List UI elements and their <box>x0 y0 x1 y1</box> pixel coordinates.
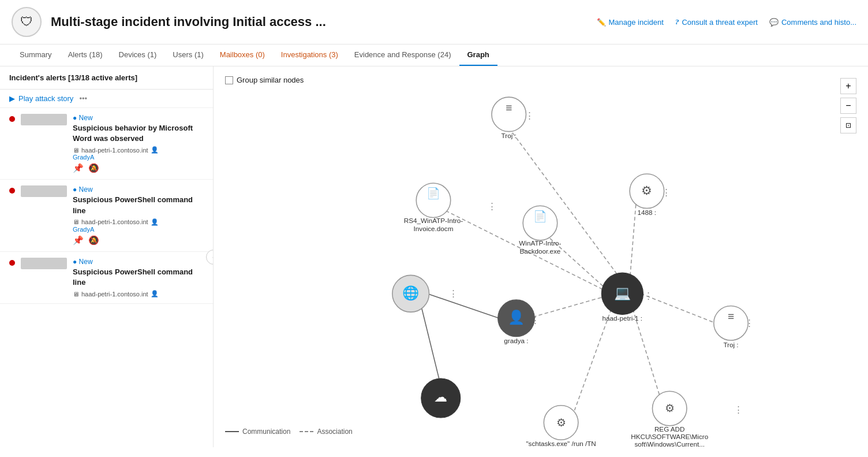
incident-icon: 🛡 <box>12 7 42 37</box>
comments-button[interactable]: 💬 Comments and histo... <box>769 18 856 27</box>
zoom-out-button[interactable]: − <box>840 98 856 114</box>
alert-title[interactable]: Suspicious behavior by Microsoft Word wa… <box>73 123 204 144</box>
node-reg-label: REG ADD <box>654 425 685 433</box>
alert-severity-dot <box>9 188 15 194</box>
edge-gear1-device <box>630 205 636 281</box>
graph-legend: Communication Association <box>225 428 353 436</box>
alert-item: ● New Suspicious PowerShell command line… <box>0 252 213 304</box>
edge-device-reg <box>633 309 660 398</box>
tab-summary[interactable]: Summary <box>12 44 60 66</box>
alert-thumbnail <box>21 114 67 125</box>
tab-evidence[interactable]: Evidence and Response (24) <box>346 44 459 66</box>
monitor-icon: 🖥 <box>73 291 79 298</box>
edge-user-device <box>533 297 604 317</box>
legend-association: Association <box>300 428 352 436</box>
alert-user: GradyA <box>73 154 204 161</box>
alert-title[interactable]: Suspicious PowerShell command line <box>73 195 204 216</box>
svg-text:👤: 👤 <box>508 309 525 325</box>
pin-icon[interactable]: 📌 <box>73 235 84 246</box>
web-dots: ⋮ <box>449 289 458 298</box>
alert-severity-dot <box>9 116 15 122</box>
page-title: Multi-stage incident involving Initial a… <box>51 14 588 29</box>
svg-text:☁: ☁ <box>434 389 447 404</box>
user-icon: 👤 <box>151 290 159 298</box>
node-schtasks-label: "schtasks.exe" /run /TN <box>526 440 596 447</box>
monitor-icon: 🖥 <box>73 147 79 154</box>
svg-text:⚙: ⚙ <box>641 184 652 198</box>
monitor-icon: 🖥 <box>73 218 79 225</box>
alert-thumbnail <box>21 185 67 197</box>
edit-icon: ✏️ <box>597 18 606 27</box>
alert-machine: 🖥 haad-petri-1.contoso.int 👤 <box>73 218 204 226</box>
tab-bar: Summary Alerts (18) Devices (1) Users (1… <box>0 44 868 66</box>
svg-text:≡: ≡ <box>728 310 734 322</box>
alerts-panel: Incident's alerts [13/18 active alerts] … <box>0 66 214 447</box>
alert-item: ● New Suspicious PowerShell command line… <box>0 180 213 251</box>
alert-actions: 📌 🔕 <box>73 235 204 246</box>
node-file1-label: RS4_WinATP-Intro- <box>404 217 463 224</box>
node-reg-label3: soft\Windows\Current... <box>634 440 704 447</box>
legend-dashed-line <box>300 431 313 432</box>
more-options-icon[interactable]: ••• <box>79 94 87 103</box>
node-reg-label2: HKCU\SOFTWARE\Micro <box>631 433 708 440</box>
alert-status: ● New <box>73 114 204 122</box>
troj1-dots: ⋮ <box>525 111 534 120</box>
main-content: Incident's alerts [13/18 active alerts] … <box>0 66 868 447</box>
tab-mailboxes[interactable]: Mailboxes (0) <box>212 44 273 66</box>
tab-devices[interactable]: Devices (1) <box>111 44 165 66</box>
svg-text:⚙: ⚙ <box>556 417 566 429</box>
question-icon: ? <box>675 17 679 27</box>
tab-graph[interactable]: Graph <box>459 44 497 66</box>
device-dots: ⋮ <box>644 291 653 300</box>
node-troj1-label: Troj : <box>502 132 517 139</box>
alert-title[interactable]: Suspicious PowerShell command line <box>73 267 204 288</box>
alert-status: ● New <box>73 258 204 266</box>
manage-incident-button[interactable]: ✏️ Manage incident <box>597 18 664 27</box>
alert-content: ● New Suspicious PowerShell command line… <box>73 185 204 245</box>
legend-solid-line <box>225 431 239 432</box>
tab-users[interactable]: Users (1) <box>164 44 211 66</box>
tab-alerts[interactable]: Alerts (18) <box>60 44 111 66</box>
node-gear1-label: 1488 : <box>638 209 657 216</box>
alert-thumbnail <box>21 258 67 269</box>
reg-dots: ⋮ <box>734 405 743 414</box>
legend-communication: Communication <box>225 428 290 436</box>
alert-machine: 🖥 haad-petri-1.contoso.int 👤 <box>73 290 204 298</box>
alert-content: ● New Suspicious behavior by Microsoft W… <box>73 114 204 173</box>
pin-icon[interactable]: 📌 <box>73 163 84 173</box>
alert-severity-dot <box>9 260 15 266</box>
zoom-in-button[interactable]: + <box>840 78 856 94</box>
zoom-controls: + − ⊡ <box>840 78 856 133</box>
alert-machine: 🖥 haad-petri-1.contoso.int 👤 <box>73 146 204 154</box>
graph-panel: Group similar nodes + − ⊡ <box>214 66 868 447</box>
node-file2-label2: Backdoor.exe <box>520 247 561 255</box>
alerts-panel-header: Incident's alerts [13/18 active alerts] <box>0 66 213 90</box>
consult-expert-button[interactable]: ? Consult a threat expert <box>675 17 758 27</box>
svg-text:≡: ≡ <box>506 102 512 114</box>
file1-dots: ⋮ <box>488 202 496 211</box>
user-icon: 👤 <box>151 218 159 226</box>
edge-cloud-web <box>421 306 441 386</box>
play-attack-story[interactable]: ▶ Play attack story ••• <box>0 90 213 108</box>
suppress-icon[interactable]: 🔕 <box>88 163 99 173</box>
suppress-icon[interactable]: 🔕 <box>88 235 99 246</box>
svg-text:🌐: 🌐 <box>402 285 420 301</box>
svg-text:📄: 📄 <box>533 210 547 223</box>
fit-view-button[interactable]: ⊡ <box>840 117 856 133</box>
header-actions: ✏️ Manage incident ? Consult a threat ex… <box>597 17 857 27</box>
edge-troj1-device <box>509 128 623 281</box>
svg-text:💻: 💻 <box>614 285 631 301</box>
checkbox-box <box>225 76 233 84</box>
node-file2-label: WinATP-Intro- <box>519 239 561 247</box>
node-file1-label2: Invoice.docm <box>414 225 454 232</box>
tab-investigations[interactable]: Investigations (3) <box>273 44 346 66</box>
group-similar-nodes-checkbox[interactable]: Group similar nodes <box>225 76 304 84</box>
svg-text:📄: 📄 <box>426 187 440 200</box>
page-header: 🛡 Multi-stage incident involving Initial… <box>0 0 868 44</box>
alert-item: ● New Suspicious behavior by Microsoft W… <box>0 108 213 180</box>
graph-toolbar: Group similar nodes <box>225 76 304 84</box>
alert-user: GradyA <box>73 226 204 233</box>
user-icon: 👤 <box>151 146 159 154</box>
svg-text:⚙: ⚙ <box>665 402 675 414</box>
node-troj2-label: Troj : <box>723 341 738 348</box>
